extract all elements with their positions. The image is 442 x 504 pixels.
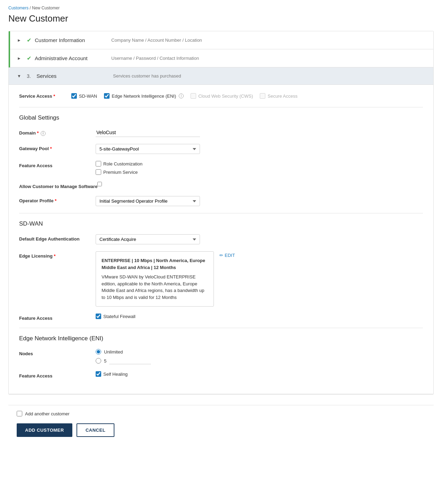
checkbox-eni[interactable]: Edge Network Intelligence (ENI) i bbox=[104, 93, 184, 99]
add-another-label: Add another customer bbox=[25, 411, 70, 416]
nodes-label: Nodes bbox=[19, 349, 96, 356]
operator-profile-row: Operator Profile * Initial Segmented Ope… bbox=[19, 196, 423, 206]
edge-licensing-label: Edge Licensing * bbox=[19, 251, 96, 259]
sdwan-heading: SD-WAN bbox=[19, 220, 423, 227]
cancel-button[interactable]: CANCEL bbox=[77, 423, 114, 437]
stateful-fw-checkbox[interactable] bbox=[96, 314, 101, 319]
license-title: ENTERPRISE | 10 Mbps | North America, Eu… bbox=[102, 257, 208, 271]
nodes-row: Nodes Unlimited 5 bbox=[19, 349, 423, 364]
gateway-pool-control: 5-site-GatewayPool 10-site-GatewayPool bbox=[96, 144, 200, 154]
secure-access-checkbox[interactable] bbox=[260, 93, 265, 99]
accordion-row-services[interactable]: ▼ 3. Services Services customer has purc… bbox=[9, 67, 433, 85]
gateway-pool-label: Gateway Pool * bbox=[19, 144, 96, 151]
edge-auth-row: Default Edge Authentication Certificate … bbox=[19, 234, 423, 244]
add-another-checkbox[interactable] bbox=[17, 411, 22, 416]
checkbox-stateful-fw[interactable]: Stateful Firewall bbox=[96, 314, 135, 319]
radio-five[interactable]: 5 bbox=[96, 357, 151, 364]
global-settings-heading: Global Settings bbox=[19, 114, 423, 121]
sdwan-feature-access-row: Feature Access Stateful Firewall bbox=[19, 314, 423, 321]
five-radio[interactable] bbox=[96, 358, 101, 364]
section-title-admin-account: Administrative Account bbox=[35, 55, 111, 61]
edge-auth-label: Default Edge Authentication bbox=[19, 234, 96, 242]
eni-heading: Edge Network Intelligence (ENI) bbox=[19, 335, 423, 342]
license-desc: VMware SD-WAN by VeloCloud ENTERPRISE ed… bbox=[102, 274, 208, 301]
allow-manage-row: Allow Customer to Manage Software bbox=[19, 182, 423, 189]
unlimited-radio[interactable] bbox=[96, 349, 101, 355]
divider-1 bbox=[19, 107, 423, 107]
domain-label: Domain * i bbox=[19, 128, 96, 136]
checkbox-role-custom[interactable]: Role Customization bbox=[96, 161, 143, 166]
eni-feature-access-label: Feature Access bbox=[19, 371, 96, 379]
edge-auth-control: Certificate Acquire Certificate Required… bbox=[96, 234, 200, 244]
checkbox-self-healing[interactable]: Self Healing bbox=[96, 371, 128, 377]
accordion-item-customer-info: ► ✔ Customer Information Company Name / … bbox=[9, 31, 433, 49]
check-icon-admin-account: ✔ bbox=[27, 55, 31, 62]
domain-control bbox=[96, 128, 200, 137]
self-healing-checkbox[interactable] bbox=[96, 371, 101, 377]
edge-auth-select[interactable]: Certificate Acquire Certificate Required… bbox=[96, 234, 200, 244]
checkbox-premium-svc[interactable]: Premium Service bbox=[96, 169, 143, 175]
sdwan-feature-access-label: Feature Access bbox=[19, 314, 96, 321]
divider-2 bbox=[19, 213, 423, 213]
accordion-row-customer-info[interactable]: ► ✔ Customer Information Company Name / … bbox=[9, 31, 433, 49]
breadcrumb-current: New Customer bbox=[32, 6, 59, 10]
allow-manage-checkbox[interactable] bbox=[97, 182, 102, 186]
checkbox-cws[interactable]: Cloud Web Security (CWS) bbox=[191, 93, 253, 99]
unlimited-label: Unlimited bbox=[104, 349, 123, 355]
eni-label: Edge Network Intelligence (ENI) bbox=[112, 94, 176, 99]
sdwan-checkbox[interactable] bbox=[71, 93, 77, 99]
cws-checkbox[interactable] bbox=[191, 93, 196, 99]
edit-link[interactable]: ✏ EDIT bbox=[219, 251, 235, 258]
eni-info-icon[interactable]: i bbox=[179, 94, 184, 98]
chevron-icon-customer-info: ► bbox=[17, 38, 24, 43]
domain-input[interactable] bbox=[96, 128, 200, 137]
operator-profile-select[interactable]: Initial Segmented Operator Profile Defau… bbox=[96, 196, 200, 206]
global-feature-access-group: Role Customization Premium Service bbox=[96, 161, 143, 175]
secure-access-label: Secure Access bbox=[267, 94, 297, 99]
sdwan-section: SD-WAN Default Edge Authentication Certi… bbox=[19, 220, 423, 321]
service-access-row: Service Access * SD-WAN Edge Network Int… bbox=[19, 93, 423, 99]
gateway-pool-required: * bbox=[50, 146, 52, 151]
gateway-pool-select[interactable]: 5-site-GatewayPool 10-site-GatewayPool bbox=[96, 144, 200, 154]
domain-required: * bbox=[37, 130, 39, 136]
required-star-service-access: * bbox=[54, 94, 55, 99]
five-label: 5 bbox=[104, 358, 106, 364]
chevron-icon-services: ▼ bbox=[17, 74, 24, 79]
add-another-row: Add another customer bbox=[17, 411, 425, 416]
cws-label: Cloud Web Security (CWS) bbox=[198, 94, 253, 99]
eni-section: Edge Network Intelligence (ENI) Nodes Un… bbox=[19, 335, 423, 379]
sdwan-label: SD-WAN bbox=[79, 94, 97, 99]
section-desc-admin-account: Username / Password / Contact Informatio… bbox=[111, 56, 199, 61]
operator-profile-required: * bbox=[55, 198, 57, 203]
radio-unlimited[interactable]: Unlimited bbox=[96, 349, 151, 355]
edge-licensing-box: ENTERPRISE | 10 Mbps | North America, Eu… bbox=[96, 251, 214, 307]
green-bar-customer-info bbox=[9, 31, 10, 49]
accordion-row-admin-account[interactable]: ► ✔ Administrative Account Username / Pa… bbox=[9, 49, 433, 67]
eni-checkbox[interactable] bbox=[104, 93, 110, 99]
checkbox-secure-access[interactable]: Secure Access bbox=[260, 93, 297, 99]
accordion-item-services: ▼ 3. Services Services customer has purc… bbox=[9, 67, 433, 394]
self-healing-label: Self Healing bbox=[103, 372, 128, 377]
breadcrumb-parent-link[interactable]: Customers bbox=[8, 6, 29, 10]
gateway-pool-row: Gateway Pool * 5-site-GatewayPool 10-sit… bbox=[19, 144, 423, 154]
nodes-radio-group: Unlimited 5 bbox=[96, 349, 151, 364]
allow-manage-label: Allow Customer to Manage Software bbox=[19, 182, 97, 189]
licensing-area: ENTERPRISE | 10 Mbps | North America, Eu… bbox=[96, 251, 235, 307]
role-custom-checkbox[interactable] bbox=[96, 161, 101, 166]
premium-svc-checkbox[interactable] bbox=[96, 169, 101, 175]
step-num-services: 3. bbox=[27, 73, 34, 79]
global-feature-access-row: Feature Access Role Customization Premiu… bbox=[19, 161, 423, 175]
checkbox-sdwan[interactable]: SD-WAN bbox=[71, 93, 97, 99]
domain-info-icon[interactable]: i bbox=[41, 131, 46, 136]
section-desc-services: Services customer has purchased bbox=[113, 73, 181, 79]
operator-profile-control: Initial Segmented Operator Profile Defau… bbox=[96, 196, 200, 206]
operator-profile-label: Operator Profile * bbox=[19, 196, 96, 203]
action-buttons: ADD CUSTOMER CANCEL bbox=[17, 423, 425, 437]
role-custom-label: Role Customization bbox=[103, 161, 143, 166]
eni-feature-access-group: Self Healing bbox=[96, 371, 128, 377]
edge-licensing-row: Edge Licensing * ENTERPRISE | 10 Mbps | … bbox=[19, 251, 423, 307]
nodes-count-input[interactable] bbox=[109, 357, 151, 364]
stateful-fw-label: Stateful Firewall bbox=[103, 314, 135, 319]
sdwan-feature-access-group: Stateful Firewall bbox=[96, 314, 135, 319]
add-customer-button[interactable]: ADD CUSTOMER bbox=[17, 423, 72, 437]
